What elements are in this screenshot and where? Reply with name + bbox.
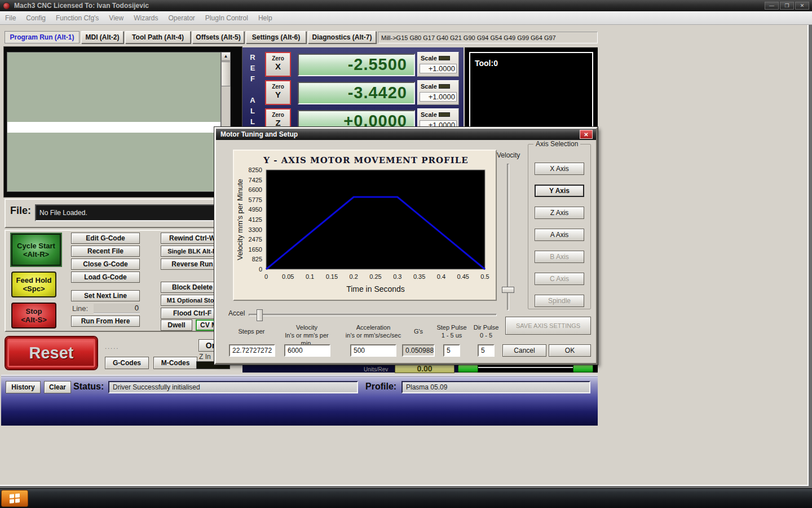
title-bar: Mach3 CNC Licensed To: Ivan Todosijevic (0, 0, 812, 11)
y-axis-button[interactable]: Y Axis (535, 185, 584, 197)
status-led-2 (573, 365, 593, 373)
svg-text:0.35: 0.35 (413, 273, 425, 280)
tab-program-run[interactable]: Program Run (Alt-1) (5, 31, 80, 43)
menu-item-config[interactable]: Config (21, 14, 51, 22)
svg-text:7425: 7425 (249, 177, 262, 183)
ok-button[interactable]: OK (549, 344, 591, 357)
history-button[interactable]: History (6, 381, 41, 393)
z-axis-button[interactable]: Z Axis (535, 207, 584, 219)
scroll-up-icon[interactable]: ▲ (221, 52, 231, 61)
dialog-close-icon[interactable]: ✕ (580, 130, 593, 139)
mcodes-button[interactable]: M-Codes (153, 357, 197, 369)
recent-file-button[interactable]: Recent File (71, 246, 140, 257)
svg-text:0.25: 0.25 (369, 273, 381, 280)
menu-item-file[interactable]: File (0, 14, 21, 22)
c-axis-button: C Axis (535, 273, 584, 285)
dir-pulse-label: Dir Pulse 0 - 5 (469, 323, 504, 339)
dwell-button[interactable]: Dwell (161, 319, 192, 331)
edit-gcode-button[interactable]: Edit G-Code (71, 233, 140, 244)
accel-slider[interactable] (249, 314, 497, 316)
menu-item-help[interactable]: Help (253, 14, 277, 22)
svg-text:4950: 4950 (249, 206, 262, 213)
velocity-slider-thumb[interactable] (502, 287, 514, 293)
tab-settings[interactable]: Settings (Alt-6) (246, 31, 306, 43)
tab-diagnostics[interactable]: Diagnostics (Alt-7) (308, 31, 376, 43)
set-next-line-button[interactable]: Set Next Line (71, 290, 140, 301)
step-pulse-input[interactable] (443, 344, 460, 357)
velocity-input[interactable] (284, 344, 330, 357)
clear-button[interactable]: Clear (44, 381, 71, 393)
svg-text:0.4: 0.4 (437, 273, 445, 280)
windows-logo-icon (10, 493, 20, 503)
active-gcode-modes: Mill->G15 G80 G17 G40 G21 G90 G94 G54 G4… (378, 32, 598, 43)
svg-text:2475: 2475 (249, 236, 262, 243)
window-title: Mach3 CNC Licensed To: Ivan Todosijevic (14, 2, 149, 10)
gcode-current-line (7, 122, 220, 133)
dialog-title-bar[interactable]: Motor Tuning and Setup (216, 129, 596, 140)
gs-label: G's (402, 327, 435, 335)
line-label: Line: (72, 304, 88, 313)
zero-y-button[interactable]: Zero Y (265, 80, 291, 105)
velocity-slider-label: Velocity (497, 151, 520, 159)
feed-hold-button[interactable]: Feed Hold <Spc> (11, 271, 56, 297)
svg-text:3300: 3300 (249, 226, 262, 233)
b-axis-button: B Axis (535, 251, 584, 263)
scale-x[interactable]: Scale +1.0000 (417, 52, 459, 77)
tab-offsets[interactable]: Offsets (Alt-5) (192, 31, 244, 43)
x-axis-button[interactable]: X Axis (535, 163, 584, 175)
accel-slider-label: Accel (228, 309, 245, 317)
tab-tool-path[interactable]: Tool Path (Alt-4) (125, 31, 191, 43)
scale-x-led (439, 56, 450, 60)
load-gcode-button[interactable]: Load G-Code (71, 271, 140, 283)
a-axis-button[interactable]: A Axis (535, 229, 584, 241)
dro-x-value[interactable]: -2.5500 (298, 54, 415, 76)
profile-field: Plasma 05.09 (401, 381, 590, 393)
svg-text:0.5: 0.5 (480, 273, 489, 280)
line-number-field[interactable]: 0 (94, 304, 140, 314)
svg-text:0.15: 0.15 (326, 273, 338, 280)
dro-y-value[interactable]: -3.4420 (298, 82, 415, 104)
acceleration-input[interactable] (350, 344, 396, 357)
cancel-button[interactable]: Cancel (502, 344, 546, 357)
svg-text:0: 0 (259, 266, 262, 273)
units-rev-value: 0.00 (395, 364, 454, 373)
status-led-1 (458, 365, 478, 373)
menu-item-operator[interactable]: Operator (164, 14, 200, 22)
dots-label: ..... (105, 343, 119, 350)
scale-y[interactable]: Scale +1.0000 (417, 80, 459, 105)
tab-mdi[interactable]: MDI (Alt-2) (81, 31, 123, 43)
svg-text:4125: 4125 (249, 216, 262, 223)
run-from-here-button[interactable]: Run From Here (71, 316, 140, 327)
close-button[interactable]: ✕ (795, 2, 809, 10)
steps-per-input[interactable] (229, 344, 275, 357)
tool-number-label: Tool:0 (475, 59, 498, 68)
svg-text:825: 825 (252, 256, 262, 262)
close-gcode-button[interactable]: Close G-Code (71, 259, 140, 270)
minimize-button[interactable]: — (765, 2, 779, 10)
status-message-field: Driver Successfully initialised (108, 381, 358, 393)
gcodes-button[interactable]: G-Codes (105, 357, 149, 369)
acceleration-field-label: Acceleration in's or mm's/sec/sec (342, 323, 404, 339)
svg-text:0: 0 (264, 273, 268, 280)
menu-item-plugin-control[interactable]: PlugIn Control (200, 14, 253, 22)
units-rev-label: Units/Rev (364, 366, 388, 373)
cycle-start-button[interactable]: Cycle Start <Alt-R> (11, 234, 61, 266)
svg-text:0.3: 0.3 (393, 273, 401, 280)
step-pulse-label: Step Pulse 1 - 5 us (434, 323, 469, 339)
menu-item-function-cfgs[interactable]: Function Cfg's (51, 14, 104, 22)
accel-slider-thumb[interactable] (257, 309, 263, 321)
start-button[interactable] (1, 490, 28, 507)
dir-pulse-input[interactable] (478, 344, 495, 357)
scale-y-led (439, 84, 450, 89)
svg-text:0.05: 0.05 (282, 273, 294, 280)
svg-text:Time in Seconds: Time in Seconds (346, 284, 405, 294)
reset-button[interactable]: Reset (6, 337, 97, 369)
zero-x-button[interactable]: Zero X (265, 52, 291, 77)
stop-button[interactable]: Stop <Alt-S> (11, 303, 56, 329)
scale-z-led (439, 112, 450, 117)
svg-text:Velocity mm's per Minute: Velocity mm's per Minute (236, 179, 244, 260)
scrollbar-thumb[interactable] (221, 62, 231, 86)
restore-button[interactable]: ❐ (780, 2, 794, 10)
menu-item-wizards[interactable]: Wizards (129, 14, 163, 22)
menu-item-view[interactable]: View (104, 14, 129, 22)
